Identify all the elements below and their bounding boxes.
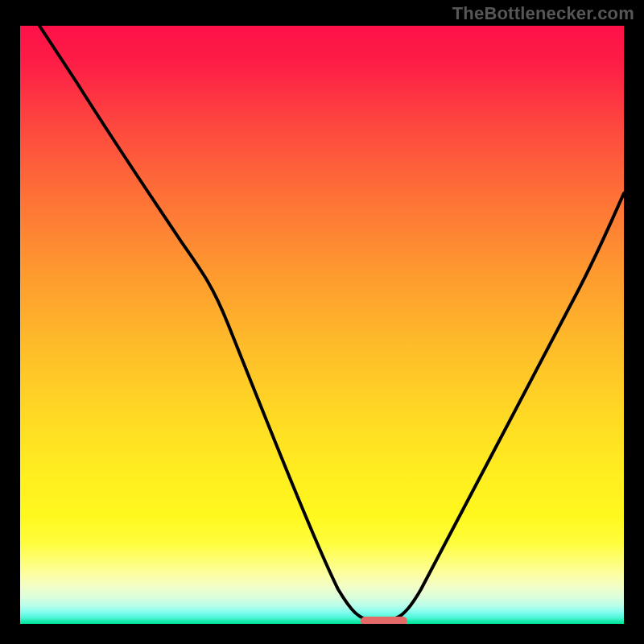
curve-layer — [20, 26, 624, 624]
optimal-marker — [361, 617, 407, 624]
plot-area — [20, 26, 624, 624]
chart-frame: TheBottlenecker.com — [0, 0, 644, 644]
bottleneck-curve — [39, 26, 624, 621]
attribution-text: TheBottlenecker.com — [452, 3, 634, 24]
